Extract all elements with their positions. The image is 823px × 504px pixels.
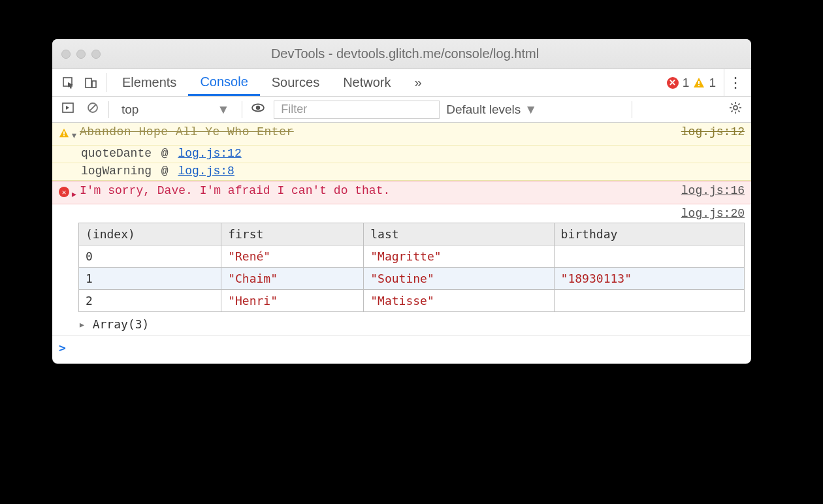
svg-point-9 (256, 106, 260, 110)
error-message: I'm sorry, Dave. I'm afraid I can't do t… (80, 184, 681, 197)
table-header[interactable]: first (221, 223, 364, 245)
array-summary[interactable]: ▸ Array(3) (52, 313, 751, 336)
table-row[interactable]: 1 "Chaim" "Soutine" "18930113" (79, 268, 745, 290)
chevron-down-icon: ▼ (524, 102, 537, 117)
stack-trace-line: logWarning @ log.js:8 (52, 163, 751, 181)
error-count: 1 (683, 76, 690, 90)
source-link[interactable]: log.js:8 (178, 165, 234, 178)
source-link[interactable]: log.js:12 (681, 125, 745, 138)
minimize-window-button[interactable] (76, 50, 86, 59)
live-expression-icon[interactable] (249, 101, 267, 118)
tabstrip: Elements Console Sources Network » ✕ 1 1… (52, 69, 751, 97)
stack-trace-line: quoteDante @ log.js:12 (52, 146, 751, 163)
svg-line-17 (731, 110, 732, 112)
svg-rect-19 (63, 131, 65, 134)
log-levels-select[interactable]: Default levels ▼ (446, 102, 537, 117)
error-icon: ✕ (667, 77, 679, 89)
source-link[interactable]: log.js:12 (178, 147, 241, 160)
source-link[interactable]: log.js:16 (681, 184, 745, 197)
context-label: top (121, 102, 138, 117)
prompt-chevron-icon: > (59, 341, 66, 354)
chevron-down-icon[interactable]: ▾ (71, 125, 80, 142)
console-prompt[interactable]: > (52, 336, 751, 364)
warning-count: 1 (709, 76, 716, 90)
more-menu-icon[interactable]: ⋮ (724, 69, 746, 96)
filterbar: top ▼ Default levels ▼ (52, 97, 751, 123)
warning-icon (59, 128, 69, 142)
log-row-warning[interactable]: ▾ Abandon Hope All Ye Who Enter log.js:1… (52, 123, 751, 146)
tab-network[interactable]: Network (331, 69, 402, 96)
console-body: ▾ Abandon Hope All Ye Who Enter log.js:1… (52, 123, 751, 364)
trace-fn: quoteDante (81, 147, 152, 160)
table-row[interactable]: 0 "René" "Magritte" (79, 245, 745, 268)
svg-rect-3 (698, 81, 700, 84)
filter-input[interactable] (274, 101, 440, 119)
table-header[interactable]: last (364, 223, 554, 245)
svg-rect-20 (63, 135, 65, 136)
device-toolbar-icon[interactable] (80, 69, 102, 96)
warning-icon (693, 77, 705, 89)
tab-console[interactable]: Console (188, 69, 259, 96)
titlebar: DevTools - devtools.glitch.me/console/lo… (52, 39, 751, 69)
chevron-down-icon: ▼ (217, 102, 229, 117)
log-row-error[interactable]: ✕ ▸ I'm sorry, Dave. I'm afraid I can't … (52, 181, 751, 204)
tab-sources[interactable]: Sources (260, 69, 331, 96)
svg-line-16 (738, 110, 739, 112)
svg-line-15 (731, 104, 732, 105)
tab-overflow[interactable]: » (403, 69, 434, 96)
tab-elements[interactable]: Elements (110, 69, 188, 96)
svg-rect-2 (92, 81, 96, 87)
chevron-right-icon: ▸ (78, 317, 86, 331)
zoom-window-button[interactable] (91, 50, 101, 59)
svg-rect-4 (698, 85, 700, 86)
devtools-window: DevTools - devtools.glitch.me/console/lo… (52, 39, 751, 364)
traffic-lights (61, 50, 101, 59)
trace-fn: logWarning (81, 165, 152, 178)
inspect-element-icon[interactable] (57, 69, 80, 96)
svg-point-10 (734, 106, 737, 110)
error-icon: ✕ (59, 187, 69, 197)
console-table: (index) first last birthday 0 "René" "Ma… (52, 223, 751, 313)
window-title: DevTools - devtools.glitch.me/console/lo… (107, 46, 703, 61)
table-row[interactable]: 2 "Henri" "Matisse" (79, 290, 745, 312)
table-header[interactable]: (index) (79, 223, 221, 245)
context-selector[interactable]: top ▼ (116, 101, 235, 119)
status-counts[interactable]: ✕ 1 1 (667, 69, 720, 96)
table-header[interactable]: birthday (554, 223, 744, 245)
svg-line-7 (89, 104, 96, 111)
warning-message: Abandon Hope All Ye Who Enter (80, 125, 294, 138)
svg-line-18 (738, 104, 739, 105)
close-window-button[interactable] (61, 50, 71, 59)
log-row-table-source: log.js:20 (52, 204, 751, 223)
source-link[interactable]: log.js:20 (681, 207, 745, 220)
svg-rect-1 (86, 78, 91, 87)
toggle-sidebar-icon[interactable] (59, 101, 77, 118)
chevron-right-icon[interactable]: ▸ (71, 184, 80, 201)
levels-label: Default levels (446, 102, 521, 117)
clear-console-icon[interactable] (84, 101, 102, 118)
console-settings-icon[interactable] (726, 101, 745, 118)
